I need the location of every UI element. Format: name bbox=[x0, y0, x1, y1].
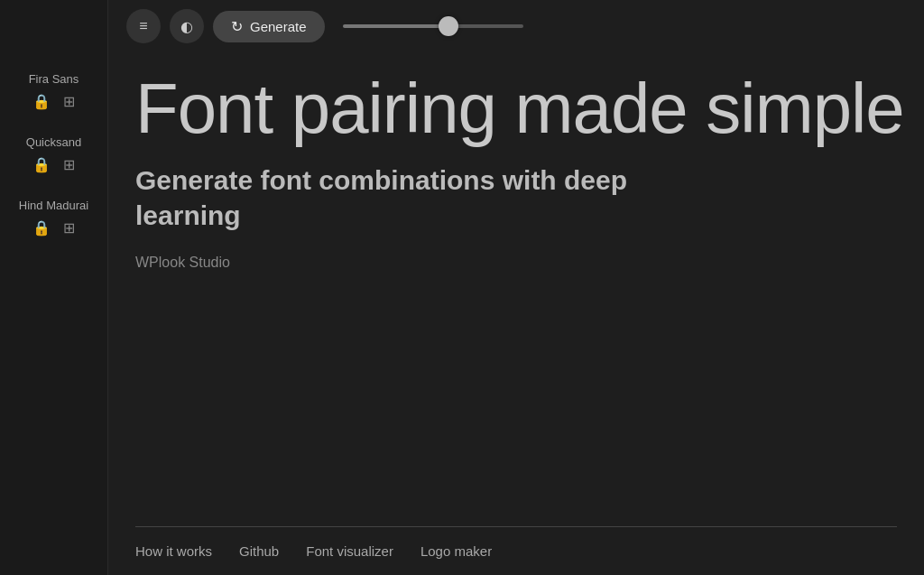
footer-link-font-visualizer[interactable]: Font visualizer bbox=[306, 543, 393, 559]
lock-icon-1[interactable]: 🔒 bbox=[32, 93, 51, 110]
slider-container bbox=[343, 24, 523, 28]
hero-section: Font pairing made simple Generate font c… bbox=[108, 0, 924, 526]
footer-link-logo-maker[interactable]: Logo maker bbox=[420, 543, 492, 559]
lock-icon-2[interactable]: 🔒 bbox=[32, 156, 51, 173]
hero-title: Font pairing made simple bbox=[135, 72, 897, 146]
generate-label: Generate bbox=[250, 19, 307, 34]
footer-link-how-it-works[interactable]: How it works bbox=[135, 543, 212, 559]
sidebar-font-item-3: Hind Madurai 🔒 ⊞ bbox=[0, 199, 107, 236]
footer-nav: How it works Github Font visualizer Logo… bbox=[108, 527, 924, 575]
toolbar: ≡ ◐ ↻ Generate bbox=[108, 0, 924, 52]
contrast-icon: ◐ bbox=[180, 18, 193, 35]
sidebar-font-name-1: Fira Sans bbox=[29, 72, 79, 86]
sidebar-font-name-2: Quicksand bbox=[26, 135, 81, 149]
footer-link-github[interactable]: Github bbox=[239, 543, 279, 559]
settings-icon-1[interactable]: ⊞ bbox=[63, 93, 75, 110]
list-button[interactable]: ≡ bbox=[126, 9, 161, 43]
generate-button[interactable]: ↻ Generate bbox=[213, 11, 325, 42]
lock-icon-3[interactable]: 🔒 bbox=[32, 219, 51, 236]
settings-icon-3[interactable]: ⊞ bbox=[63, 219, 75, 236]
sidebar-font-item-2: Quicksand 🔒 ⊞ bbox=[0, 135, 107, 173]
list-icon: ≡ bbox=[139, 18, 147, 34]
sidebar-font-actions-2: 🔒 ⊞ bbox=[32, 156, 75, 173]
sidebar-font-item-1: Fira Sans 🔒 ⊞ bbox=[0, 72, 107, 110]
sidebar: Fira Sans 🔒 ⊞ Quicksand 🔒 ⊞ Hind Madurai… bbox=[0, 0, 108, 575]
sidebar-font-actions-3: 🔒 ⊞ bbox=[32, 219, 75, 236]
hero-subtitle: Generate font combinations with deep lea… bbox=[135, 162, 641, 233]
generate-icon: ↻ bbox=[231, 18, 243, 35]
hero-studio: WPlook Studio bbox=[135, 255, 897, 271]
sidebar-font-name-3: Hind Madurai bbox=[19, 199, 88, 212]
main-content: ≡ ◐ ↻ Generate Font pairing made simple … bbox=[108, 0, 924, 575]
contrast-button[interactable]: ◐ bbox=[170, 9, 204, 43]
sidebar-font-actions-1: 🔒 ⊞ bbox=[32, 93, 75, 110]
settings-icon-2[interactable]: ⊞ bbox=[63, 156, 75, 173]
font-size-slider[interactable] bbox=[343, 24, 523, 28]
